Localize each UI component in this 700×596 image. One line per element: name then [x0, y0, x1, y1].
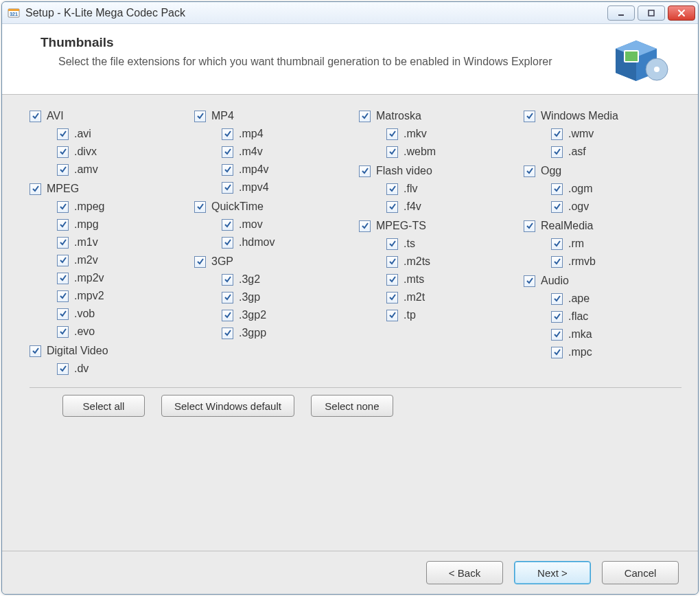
maximize-button[interactable]: [638, 5, 665, 21]
titlebar[interactable]: 321 Setup - K-Lite Mega Codec Pack: [2, 2, 698, 24]
group-checkbox-mpeg[interactable]: MPEG: [30, 180, 187, 198]
checkbox[interactable]: [524, 111, 535, 122]
checkbox[interactable]: [386, 292, 398, 303]
ext-checkbox-tp[interactable]: .tp: [359, 306, 517, 324]
checkbox[interactable]: [551, 238, 563, 250]
ext-checkbox-ts[interactable]: .ts: [359, 235, 517, 253]
ext-checkbox-mts[interactable]: .mts: [359, 271, 517, 288]
ext-checkbox-m1v[interactable]: .m1v: [30, 233, 187, 251]
ext-checkbox-mov[interactable]: .mov: [194, 216, 352, 233]
checkbox[interactable]: [57, 128, 69, 140]
ext-checkbox-3g2[interactable]: .3g2: [194, 271, 352, 288]
cancel-button[interactable]: Cancel: [602, 561, 679, 584]
checkbox[interactable]: [359, 165, 371, 177]
ext-checkbox-vob[interactable]: .vob: [30, 305, 187, 323]
select-windows-default-button[interactable]: Select Windows default: [161, 395, 294, 417]
ext-checkbox-3gp[interactable]: .3gp: [194, 288, 352, 306]
ext-checkbox-rm[interactable]: .rm: [524, 235, 681, 253]
checkbox[interactable]: [194, 111, 206, 122]
next-button[interactable]: Next >: [514, 561, 591, 584]
checkbox[interactable]: [194, 256, 206, 268]
checkbox[interactable]: [386, 238, 398, 250]
ext-checkbox-asf[interactable]: .asf: [524, 143, 681, 161]
checkbox[interactable]: [386, 183, 398, 195]
ext-checkbox-dv[interactable]: .dv: [30, 360, 187, 378]
ext-checkbox-mpv4[interactable]: .mpv4: [194, 179, 352, 196]
ext-checkbox-mkv[interactable]: .mkv: [359, 125, 517, 143]
group-checkbox-audio[interactable]: Audio: [524, 272, 681, 290]
checkbox[interactable]: [524, 275, 535, 287]
group-checkbox-matroska[interactable]: Matroska: [359, 107, 517, 125]
ext-checkbox-mka[interactable]: .mka: [524, 325, 681, 343]
group-checkbox-avi[interactable]: AVI: [30, 107, 187, 125]
checkbox[interactable]: [222, 237, 233, 249]
group-checkbox-mp4[interactable]: MP4: [194, 107, 352, 125]
group-checkbox-digital-video[interactable]: Digital Video: [30, 342, 187, 360]
ext-checkbox-evo[interactable]: .evo: [30, 323, 187, 341]
minimize-button[interactable]: [607, 5, 635, 21]
checkbox[interactable]: [222, 182, 233, 194]
checkbox[interactable]: [386, 128, 398, 140]
group-checkbox-mpeg-ts[interactable]: MPEG-TS: [359, 217, 517, 235]
ext-checkbox-ape[interactable]: .ape: [524, 290, 681, 308]
checkbox[interactable]: [194, 201, 206, 213]
checkbox[interactable]: [30, 183, 41, 195]
checkbox[interactable]: [30, 111, 41, 122]
checkbox[interactable]: [551, 146, 563, 158]
checkbox[interactable]: [57, 363, 69, 375]
ext-checkbox-flac[interactable]: .flac: [524, 308, 681, 325]
checkbox[interactable]: [222, 310, 233, 321]
checkbox[interactable]: [57, 219, 69, 231]
checkbox[interactable]: [57, 326, 69, 338]
ext-checkbox-wmv[interactable]: .wmv: [524, 125, 681, 143]
ext-checkbox-mpg[interactable]: .mpg: [30, 216, 187, 233]
checkbox[interactable]: [30, 345, 41, 357]
checkbox[interactable]: [57, 146, 69, 158]
checkbox[interactable]: [524, 165, 535, 177]
checkbox[interactable]: [551, 256, 563, 268]
checkbox[interactable]: [222, 219, 233, 231]
group-checkbox-3gp[interactable]: 3GP: [194, 253, 352, 271]
ext-checkbox-m4v[interactable]: .m4v: [194, 143, 352, 161]
checkbox[interactable]: [386, 310, 398, 321]
checkbox[interactable]: [359, 111, 371, 122]
group-checkbox-flash-video[interactable]: Flash video: [359, 162, 517, 180]
ext-checkbox-divx[interactable]: .divx: [30, 143, 187, 161]
checkbox[interactable]: [386, 146, 398, 158]
ext-checkbox-m2ts[interactable]: .m2ts: [359, 253, 517, 271]
checkbox[interactable]: [222, 146, 233, 158]
ext-checkbox-ogm[interactable]: .ogm: [524, 180, 681, 198]
ext-checkbox-mpc[interactable]: .mpc: [524, 343, 681, 361]
checkbox[interactable]: [57, 290, 69, 302]
checkbox[interactable]: [551, 183, 563, 195]
checkbox[interactable]: [222, 292, 233, 303]
select-none-button[interactable]: Select none: [311, 395, 393, 417]
checkbox[interactable]: [222, 164, 233, 176]
checkbox[interactable]: [57, 273, 69, 284]
ext-checkbox-webm[interactable]: .webm: [359, 143, 517, 161]
ext-checkbox-flv[interactable]: .flv: [359, 180, 517, 198]
checkbox[interactable]: [57, 255, 69, 266]
checkbox[interactable]: [551, 329, 563, 341]
checkbox[interactable]: [551, 347, 563, 358]
ext-checkbox-amv[interactable]: .amv: [30, 161, 187, 179]
ext-checkbox-m2v[interactable]: .m2v: [30, 251, 187, 269]
checkbox[interactable]: [386, 201, 398, 213]
ext-checkbox-mpeg[interactable]: .mpeg: [30, 198, 187, 216]
checkbox[interactable]: [524, 220, 535, 232]
ext-checkbox-mpv2[interactable]: .mpv2: [30, 287, 187, 305]
checkbox[interactable]: [57, 308, 69, 320]
checkbox[interactable]: [57, 201, 69, 213]
checkbox[interactable]: [222, 328, 233, 339]
checkbox[interactable]: [222, 274, 233, 286]
group-checkbox-realmedia[interactable]: RealMedia: [524, 217, 681, 235]
checkbox[interactable]: [386, 256, 398, 268]
back-button[interactable]: < Back: [426, 561, 503, 584]
checkbox[interactable]: [551, 128, 563, 140]
checkbox[interactable]: [57, 237, 69, 249]
ext-checkbox-avi[interactable]: .avi: [30, 125, 187, 143]
ext-checkbox-ogv[interactable]: .ogv: [524, 198, 681, 216]
checkbox[interactable]: [57, 164, 69, 176]
ext-checkbox-mp2v[interactable]: .mp2v: [30, 269, 187, 287]
group-checkbox-windows-media[interactable]: Windows Media: [524, 107, 681, 125]
